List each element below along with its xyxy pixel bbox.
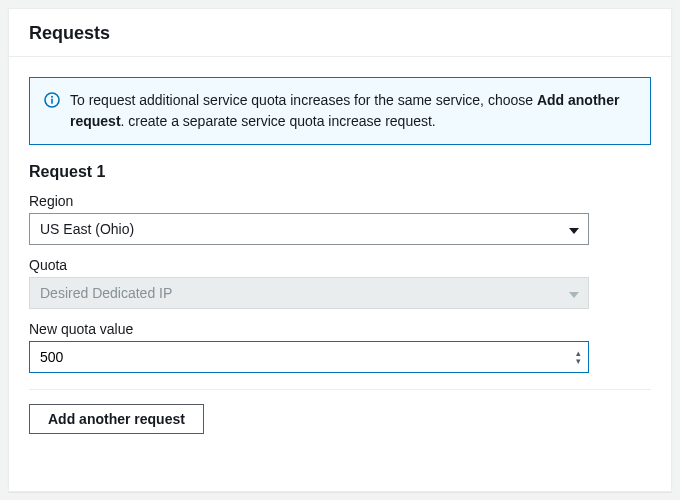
quota-label: Quota	[29, 257, 651, 273]
stepper-icon[interactable]: ▴▾	[576, 349, 581, 365]
svg-rect-2	[51, 99, 53, 104]
divider	[29, 389, 651, 390]
quota-field: Quota Desired Dedicated IP	[29, 257, 651, 309]
requests-panel: Requests To request additional service q…	[8, 8, 672, 492]
new-quota-input[interactable]	[29, 341, 589, 373]
new-quota-field: New quota value ▴▾	[29, 321, 651, 373]
quota-select: Desired Dedicated IP	[29, 277, 589, 309]
info-text-prefix: To request additional service quota incr…	[70, 92, 537, 108]
panel-body: To request additional service quota incr…	[9, 57, 671, 491]
panel-title: Requests	[29, 23, 651, 44]
svg-point-1	[51, 96, 53, 98]
panel-header: Requests	[9, 9, 671, 57]
info-text-suffix: . create a separate service quota increa…	[121, 113, 436, 129]
region-field: Region US East (Ohio)	[29, 193, 651, 245]
info-text: To request additional service quota incr…	[70, 90, 636, 132]
region-select-value: US East (Ohio)	[29, 213, 589, 245]
region-select[interactable]: US East (Ohio)	[29, 213, 589, 245]
region-label: Region	[29, 193, 651, 209]
info-icon	[44, 92, 60, 108]
request-title: Request 1	[29, 163, 651, 181]
new-quota-label: New quota value	[29, 321, 651, 337]
add-another-request-button[interactable]: Add another request	[29, 404, 204, 434]
quota-select-value: Desired Dedicated IP	[29, 277, 589, 309]
info-alert: To request additional service quota incr…	[29, 77, 651, 145]
